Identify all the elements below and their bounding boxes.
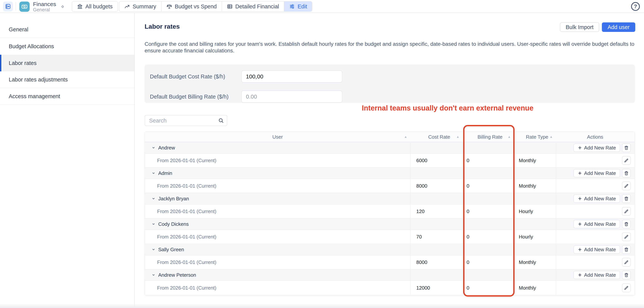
plus-icon xyxy=(578,222,582,226)
default-billing-rate-input[interactable] xyxy=(241,91,342,103)
edit-rate-button[interactable] xyxy=(622,232,631,241)
tab-all-budgets[interactable]: All budgets xyxy=(72,1,118,12)
billing-rate-value: 0 xyxy=(466,208,469,214)
tab-detailed-financial-label: Detailed Financial xyxy=(235,4,279,10)
add-new-rate-button[interactable]: Add New Rate xyxy=(574,194,620,203)
delete-user-button[interactable] xyxy=(622,245,631,254)
sidebar-item-labor-rates-adjustments[interactable]: Labor rates adjustments xyxy=(0,71,134,88)
sidebar-item-labor-rates[interactable]: Labor rates xyxy=(0,55,134,71)
tab-edit[interactable]: Edit xyxy=(284,2,312,12)
cost-rate-value: 8000 xyxy=(416,259,427,265)
edit-rate-button[interactable] xyxy=(622,207,631,216)
sidebar-item-general[interactable]: General xyxy=(0,21,134,38)
rate-type-value: Monthly xyxy=(519,183,536,189)
view-tabs: Summary Budget vs Spend Detailed Financi… xyxy=(119,1,312,12)
sort-icon[interactable]: ▲ xyxy=(550,135,553,139)
sidebar-item-label: Budget Allocations xyxy=(9,43,54,50)
budget-selector-chevrons[interactable] xyxy=(61,5,64,8)
default-cost-rate-input[interactable] xyxy=(241,71,342,83)
collapse-sidebar-icon xyxy=(5,4,11,10)
trend-chart-icon xyxy=(124,4,130,9)
trash-icon xyxy=(624,145,629,150)
tab-summary[interactable]: Summary xyxy=(119,2,161,12)
chevron-down-icon xyxy=(61,6,64,9)
help-icon: ? xyxy=(634,4,637,10)
rate-period-row: From 2026-01-01 (Current) 6000 0 Monthly xyxy=(145,154,634,168)
collapse-row-icon[interactable] xyxy=(152,197,155,200)
rate-period: From 2026-01-01 (Current) xyxy=(157,234,216,240)
sidebar-item-access-management[interactable]: Access management xyxy=(0,88,134,105)
add-new-rate-button[interactable]: Add New Rate xyxy=(574,220,620,228)
rate-period: From 2026-01-01 (Current) xyxy=(157,285,216,291)
budget-subtitle: General xyxy=(33,7,56,12)
scales-icon xyxy=(166,4,172,9)
column-header-cost-rate: Cost Rate ▲ xyxy=(410,132,462,142)
cost-rate-value: 120 xyxy=(416,208,424,214)
search-input[interactable] xyxy=(144,115,227,126)
bulk-import-button[interactable]: Bulk Import xyxy=(560,23,599,32)
user-group-row: Andrew Add New Rate xyxy=(145,142,634,154)
collapse-row-icon[interactable] xyxy=(152,248,155,251)
budget-switcher[interactable]: Finances General xyxy=(19,1,64,12)
collapse-row-icon[interactable] xyxy=(152,273,155,277)
trash-icon xyxy=(624,222,629,226)
rate-period-row: From 2026-01-01 (Current) 70 0 Hourly xyxy=(145,230,634,244)
add-new-rate-button[interactable]: Add New Rate xyxy=(574,271,620,279)
settings-sidebar: General Budget Allocations Labor rates L… xyxy=(0,13,135,308)
user-group-row: Admin Add New Rate xyxy=(145,168,634,179)
collapse-row-icon[interactable] xyxy=(152,222,155,226)
sliders-icon xyxy=(289,4,295,9)
column-header-billing-rate: Billing Rate ▲ xyxy=(462,132,514,142)
column-label: Billing Rate xyxy=(478,134,503,140)
edit-rate-button[interactable] xyxy=(622,156,631,165)
trash-icon xyxy=(624,171,629,176)
rate-period-row: From 2026-01-01 (Current) 8000 0 Monthly xyxy=(145,179,634,193)
delete-user-button[interactable] xyxy=(622,143,631,152)
user-group-row: Sally Green Add New Rate xyxy=(145,244,634,255)
help-button[interactable]: ? xyxy=(631,2,640,11)
add-new-rate-button[interactable]: Add New Rate xyxy=(574,245,620,254)
search-icon[interactable] xyxy=(218,118,224,123)
banknote-icon xyxy=(21,4,28,10)
delete-user-button[interactable] xyxy=(622,194,631,203)
sort-icon[interactable]: ▲ xyxy=(456,135,460,139)
delete-user-button[interactable] xyxy=(622,220,631,228)
labor-rates-table: User ▲ Cost Rate ▲ Billing Rate ▲ Rate T… xyxy=(144,132,635,295)
collapse-row-icon[interactable] xyxy=(152,146,155,149)
add-new-rate-button[interactable]: Add New Rate xyxy=(574,169,620,177)
tab-detailed-financial[interactable]: Detailed Financial xyxy=(222,2,284,12)
column-label: Actions xyxy=(587,134,603,140)
delete-user-button[interactable] xyxy=(622,270,631,279)
rate-period: From 2026-01-01 (Current) xyxy=(157,259,216,265)
tab-budget-vs-spend[interactable]: Budget vs Spend xyxy=(161,2,222,12)
billing-rate-value: 0 xyxy=(466,285,469,291)
sidebar-item-label: Access management xyxy=(9,93,60,100)
sidebar-item-budget-allocations[interactable]: Budget Allocations xyxy=(0,38,134,55)
rate-type-value: Hourly xyxy=(519,208,533,214)
collapse-row-icon[interactable] xyxy=(152,171,155,175)
collapse-sidebar-button[interactable] xyxy=(3,2,13,12)
user-name: Sally Green xyxy=(158,247,184,252)
pencil-icon xyxy=(624,285,629,290)
annotation-note: Internal teams usually don't earn extern… xyxy=(362,104,534,112)
cost-rate-value: 8000 xyxy=(416,183,427,189)
table-icon xyxy=(227,4,233,9)
add-new-rate-button[interactable]: Add New Rate xyxy=(574,144,620,152)
edit-rate-button[interactable] xyxy=(622,182,631,190)
edit-rate-button[interactable] xyxy=(622,283,631,292)
rate-period: From 2026-01-01 (Current) xyxy=(157,183,216,189)
topbar: Finances General All budgets Summary Bu xyxy=(0,0,644,13)
billing-rate-value: 0 xyxy=(466,234,469,240)
page-description: Configure the cost and billing rates for… xyxy=(144,41,635,54)
edit-rate-button[interactable] xyxy=(622,258,631,267)
sort-icon[interactable]: ▲ xyxy=(508,135,511,139)
header-actions: Bulk Import Add user xyxy=(560,23,635,32)
delete-user-button[interactable] xyxy=(622,169,631,178)
search-box xyxy=(144,115,227,126)
table-header-row: User ▲ Cost Rate ▲ Billing Rate ▲ Rate T… xyxy=(145,132,634,142)
pencil-icon xyxy=(624,260,629,265)
add-user-button[interactable]: Add user xyxy=(602,23,635,32)
sort-icon[interactable]: ▲ xyxy=(404,135,407,139)
user-group-row: Cody Dickens Add New Rate xyxy=(145,219,634,230)
user-group-row: Jacklyn Bryan Add New Rate xyxy=(145,193,634,204)
